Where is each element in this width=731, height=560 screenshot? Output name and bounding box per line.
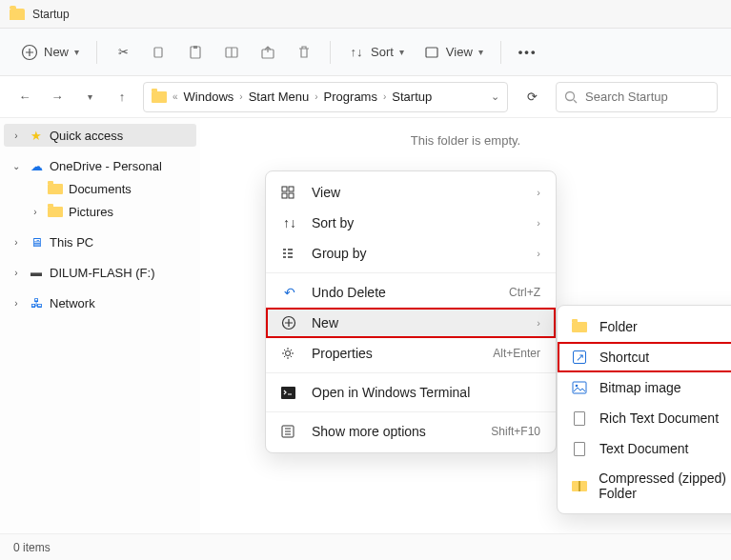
breadcrumb-prefix: « xyxy=(173,91,178,102)
recent-button[interactable]: ▾ xyxy=(78,86,101,109)
search-box[interactable] xyxy=(556,82,718,112)
menu-item-view[interactable]: View › xyxy=(266,177,556,208)
copy-button[interactable] xyxy=(143,38,175,67)
document-icon xyxy=(574,442,585,456)
address-bar[interactable]: « Windows › Start Menu › Programs › Star… xyxy=(143,82,508,112)
view-icon xyxy=(423,44,440,61)
share-button[interactable] xyxy=(252,38,284,67)
chevron-right-icon: › xyxy=(537,248,540,259)
submenu-item-bitmap[interactable]: Bitmap image xyxy=(558,372,731,403)
separator xyxy=(266,372,556,373)
shortcut-hint: Alt+Enter xyxy=(493,347,540,360)
ellipsis-icon: ••• xyxy=(518,45,538,59)
sidebar-item-label: Network xyxy=(50,296,95,310)
item-count: 0 items xyxy=(13,541,51,554)
delete-button[interactable] xyxy=(288,38,320,67)
window-title: Startup xyxy=(32,8,70,21)
back-button[interactable]: ← xyxy=(13,86,36,109)
title-bar: Startup xyxy=(0,0,731,29)
up-button[interactable]: ↑ xyxy=(111,86,133,109)
sidebar-item-documents[interactable]: Documents xyxy=(4,177,196,200)
sort-button[interactable]: ↑↓ Sort ▾ xyxy=(340,38,412,67)
folder-icon xyxy=(48,184,63,194)
new-submenu: Folder ↗ Shortcut Bitmap image Rich Text… xyxy=(557,305,731,514)
chevron-down-icon: ▾ xyxy=(88,91,92,102)
view-button[interactable]: View ▾ xyxy=(416,38,491,67)
submenu-item-shortcut[interactable]: ↗ Shortcut xyxy=(558,342,731,372)
breadcrumb-item[interactable]: Windows xyxy=(184,90,234,104)
chevron-down-icon: ▾ xyxy=(399,47,404,57)
clipboard-icon xyxy=(187,44,204,61)
zip-folder-icon xyxy=(572,481,587,491)
group-icon xyxy=(281,247,298,260)
sidebar-item-label: Documents xyxy=(69,182,132,196)
search-input[interactable] xyxy=(585,90,709,104)
submenu-label: Rich Text Document xyxy=(599,410,719,426)
view-label: View xyxy=(446,45,473,59)
breadcrumb-item[interactable]: Start Menu xyxy=(249,90,310,104)
chevron-right-icon: › xyxy=(383,91,386,102)
sidebar-item-drive[interactable]: › ▬ DILUM-FLASH (F:) xyxy=(4,261,196,284)
properties-icon xyxy=(281,347,298,360)
breadcrumb-item[interactable]: Programs xyxy=(324,90,377,104)
sidebar-item-pictures[interactable]: › Pictures xyxy=(4,200,196,223)
chevron-down-icon: ▾ xyxy=(478,47,483,57)
breadcrumb-item[interactable]: Startup xyxy=(392,90,432,104)
submenu-item-zip[interactable]: Compressed (zipped) Folder xyxy=(558,464,731,508)
menu-item-undo-delete[interactable]: ↶ Undo Delete Ctrl+Z xyxy=(266,277,556,308)
menu-label: Open in Windows Terminal xyxy=(312,385,540,400)
separator xyxy=(96,41,97,64)
sidebar-item-label: DILUM-FLASH (F:) xyxy=(50,266,155,280)
submenu-label: Text Document xyxy=(599,441,688,456)
sidebar-item-network[interactable]: › 🖧 Network xyxy=(4,291,196,314)
submenu-item-txt[interactable]: Text Document xyxy=(558,433,731,464)
svg-rect-6 xyxy=(426,48,437,57)
menu-item-terminal[interactable]: Open in Windows Terminal xyxy=(266,377,556,408)
search-icon xyxy=(564,90,578,104)
menu-item-properties[interactable]: Properties Alt+Enter xyxy=(266,338,556,369)
status-bar: 0 items xyxy=(0,533,731,560)
refresh-button[interactable]: ⟳ xyxy=(518,90,546,104)
menu-label: Sort by xyxy=(312,215,523,230)
sidebar-item-label: Quick access xyxy=(50,129,123,143)
more-options-icon xyxy=(281,425,298,438)
sidebar-item-onedrive[interactable]: ⌄ ☁ OneDrive - Personal xyxy=(4,154,196,177)
rename-button[interactable] xyxy=(215,38,248,67)
paste-button[interactable] xyxy=(179,38,212,67)
sidebar-item-label: Pictures xyxy=(69,205,113,219)
separator xyxy=(500,41,501,64)
menu-label: Show more options xyxy=(312,424,477,439)
chevron-right-icon: › xyxy=(29,207,42,217)
separator xyxy=(266,411,556,412)
more-button[interactable]: ••• xyxy=(511,39,545,65)
grid-icon xyxy=(281,186,298,199)
chevron-right-icon: › xyxy=(10,298,23,309)
chevron-right-icon: › xyxy=(537,317,540,329)
menu-item-sort-by[interactable]: ↑↓ Sort by › xyxy=(266,208,556,238)
forward-button[interactable]: → xyxy=(46,86,69,109)
trash-icon xyxy=(295,44,313,61)
chevron-right-icon: › xyxy=(315,91,317,102)
sort-label: Sort xyxy=(371,45,394,59)
chevron-down-icon[interactable]: ⌄ xyxy=(491,90,499,103)
menu-item-group-by[interactable]: Group by › xyxy=(266,238,556,269)
sidebar-item-label: OneDrive - Personal xyxy=(50,159,162,173)
chevron-down-icon: ⌄ xyxy=(10,161,23,171)
sidebar-item-quick-access[interactable]: › ★ Quick access xyxy=(4,124,196,147)
rename-icon xyxy=(223,44,240,61)
image-icon xyxy=(571,379,588,396)
submenu-label: Compressed (zipped) Folder xyxy=(599,470,731,501)
cut-button[interactable]: ✂ xyxy=(107,38,139,67)
submenu-item-rtf[interactable]: Rich Text Document xyxy=(558,403,731,433)
sidebar-item-this-pc[interactable]: › 🖥 This PC xyxy=(4,230,196,253)
cloud-icon: ☁ xyxy=(29,158,44,173)
main-area[interactable]: This folder is empty. View › ↑↓ Sort by … xyxy=(200,118,731,533)
chevron-right-icon: › xyxy=(537,217,540,229)
chevron-right-icon: › xyxy=(10,130,23,141)
menu-item-new[interactable]: New › xyxy=(266,308,556,338)
new-button[interactable]: New ▾ xyxy=(13,38,87,67)
submenu-label: Folder xyxy=(599,319,638,334)
menu-item-more-options[interactable]: Show more options Shift+F10 xyxy=(266,416,556,447)
separator xyxy=(330,41,331,64)
submenu-item-folder[interactable]: Folder xyxy=(558,311,731,342)
